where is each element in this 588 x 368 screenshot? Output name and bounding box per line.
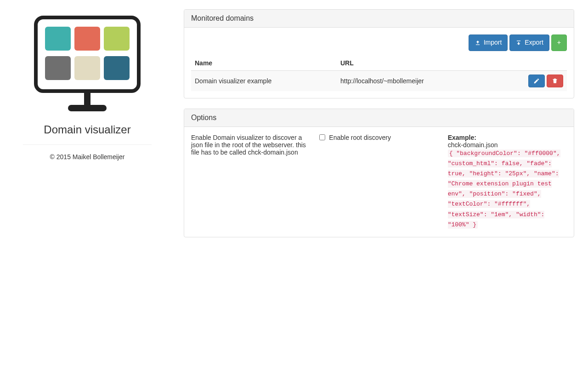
app-title: Domain visualizer — [5, 123, 170, 136]
import-button[interactable]: Import — [469, 34, 508, 51]
copyright-text: © 2015 Maikel Bollemeijer — [5, 153, 170, 161]
svg-rect-6 — [104, 56, 130, 80]
example-heading: Example: — [448, 134, 476, 141]
add-domain-button[interactable]: + — [551, 34, 567, 51]
export-button[interactable]: Export — [509, 34, 549, 51]
trash-icon — [552, 78, 558, 84]
example-json: { "backgroundColor": "#ff0000", "custom_… — [448, 150, 560, 229]
svg-rect-1 — [45, 27, 71, 51]
options-panel: Options Enable Domain visualizer to disc… — [184, 109, 574, 237]
enable-root-discovery-checkbox[interactable] — [319, 134, 325, 140]
main-content: Monitored domains Import Export — [184, 9, 574, 247]
plus-icon: + — [557, 38, 561, 47]
svg-rect-4 — [45, 56, 71, 80]
table-row: Domain visualizer example http://localho… — [191, 70, 567, 91]
enable-root-discovery-label: Enable root discovery — [329, 134, 391, 141]
cell-name: Domain visualizer example — [191, 70, 337, 91]
domains-table: Name URL Domain visualizer example http:… — [191, 56, 567, 91]
svg-rect-2 — [74, 27, 100, 51]
edit-button[interactable] — [528, 75, 545, 87]
delete-button[interactable] — [547, 75, 563, 87]
example-filename: chck-domain.json — [448, 141, 567, 149]
panel-title: Options — [184, 109, 574, 127]
export-label: Export — [525, 38, 543, 47]
pencil-icon — [533, 78, 540, 84]
app-logo — [32, 14, 142, 115]
import-label: Import — [484, 38, 502, 47]
column-url: URL — [337, 56, 494, 71]
column-name: Name — [191, 56, 337, 71]
sidebar: Domain visualizer © 2015 Maikel Bollemei… — [5, 9, 170, 247]
domains-toolbar: Import Export + — [191, 34, 567, 51]
column-actions — [494, 56, 567, 71]
svg-rect-3 — [104, 27, 130, 51]
svg-rect-8 — [68, 105, 107, 111]
enable-root-discovery-option[interactable]: Enable root discovery — [319, 134, 438, 141]
cell-url: http://localhost/~mbollemeijer — [337, 70, 494, 91]
panel-title: Monitored domains — [184, 10, 574, 28]
svg-rect-7 — [84, 91, 90, 105]
divider — [23, 144, 152, 145]
import-icon — [475, 40, 481, 46]
export-icon — [515, 40, 522, 46]
monitored-domains-panel: Monitored domains Import Export — [184, 9, 574, 98]
options-description: Enable Domain visualizer to discover a j… — [191, 134, 310, 230]
svg-rect-5 — [74, 56, 100, 80]
